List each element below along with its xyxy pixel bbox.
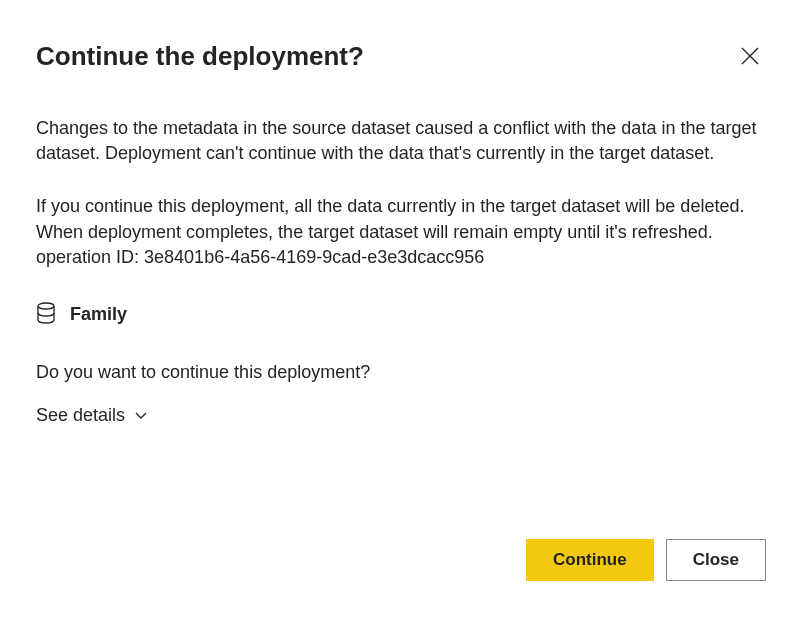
dialog-header: Continue the deployment? — [36, 40, 766, 72]
see-details-toggle[interactable]: See details — [36, 405, 149, 426]
svg-point-2 — [38, 303, 54, 309]
dataset-icon — [36, 302, 56, 328]
dialog-body-paragraph-2: If you continue this deployment, all the… — [36, 194, 766, 270]
confirm-prompt: Do you want to continue this deployment? — [36, 362, 766, 383]
dialog-body-paragraph-1: Changes to the metadata in the source da… — [36, 116, 766, 166]
chevron-down-icon — [133, 407, 149, 423]
see-details-label: See details — [36, 405, 125, 426]
close-icon[interactable] — [734, 40, 766, 72]
deployment-confirm-dialog: Continue the deployment? Changes to the … — [36, 40, 766, 581]
continue-button[interactable]: Continue — [526, 539, 654, 581]
dialog-title: Continue the deployment? — [36, 41, 364, 72]
close-button[interactable]: Close — [666, 539, 766, 581]
dataset-row: Family — [36, 302, 766, 328]
dialog-footer: Continue Close — [526, 539, 766, 581]
dataset-name: Family — [70, 304, 127, 325]
